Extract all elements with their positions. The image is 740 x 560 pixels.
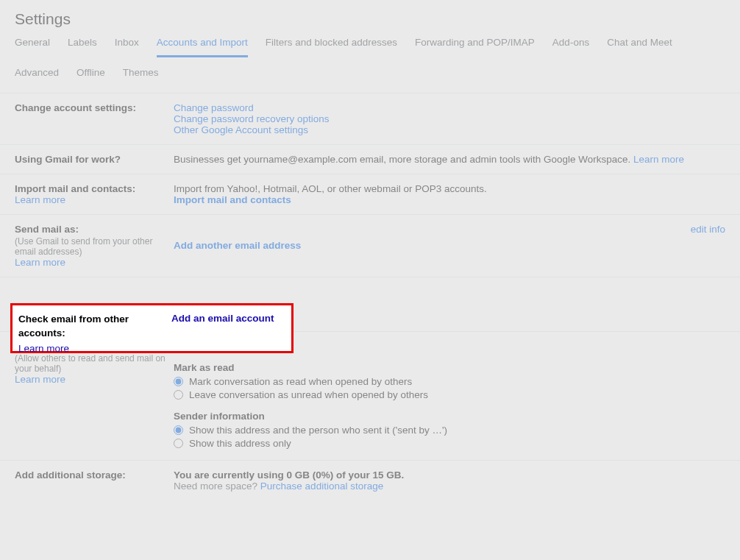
- check-email-highlight: Check email from other accounts: Add an …: [10, 303, 293, 353]
- tab-labels[interactable]: Labels: [68, 37, 97, 57]
- sender-sentby-radio[interactable]: [174, 425, 183, 435]
- send-mail-as-label: Send mail as:: [15, 224, 79, 235]
- grant-access-learn-more[interactable]: Learn more: [15, 374, 65, 385]
- import-mail-learn-more[interactable]: Learn more: [15, 194, 65, 205]
- tab-forwarding[interactable]: Forwarding and POP/IMAP: [415, 37, 535, 57]
- send-mail-as-learn-more[interactable]: Learn more: [15, 257, 65, 268]
- using-work-label: Using Gmail for work?: [15, 154, 121, 165]
- grant-access-sub: (Allow others to read and send mail on y…: [15, 353, 166, 374]
- using-work-text: Businesses get yourname@example.com emai…: [174, 154, 633, 165]
- storage-status: You are currently using 0 GB (0%) of you…: [174, 469, 725, 481]
- import-mail-action[interactable]: Import mail and contacts: [174, 194, 291, 205]
- tab-filters[interactable]: Filters and blocked addresses: [266, 37, 397, 57]
- purchase-storage-link[interactable]: Purchase additional storage: [260, 481, 383, 492]
- mark-read-label[interactable]: Mark conversation as read when opened by…: [189, 376, 412, 387]
- mark-read-radio[interactable]: [174, 377, 183, 386]
- add-another-email-action[interactable]: Add another email address: [174, 240, 301, 251]
- leave-unread-radio[interactable]: [174, 390, 183, 400]
- section-import-mail: Import mail and contacts: Learn more Imp…: [0, 174, 740, 215]
- section-storage: Add additional storage: You are currentl…: [0, 461, 740, 500]
- change-recovery-link[interactable]: Change password recovery options: [174, 113, 330, 124]
- tab-advanced[interactable]: Advanced: [15, 67, 59, 85]
- section-using-work: Using Gmail for work? Businesses get you…: [0, 145, 740, 174]
- send-mail-as-sub: (Use Gmail to send from your other email…: [15, 236, 166, 257]
- leave-unread-label[interactable]: Leave conversation as unread when opened…: [189, 389, 428, 400]
- storage-label: Add additional storage:: [15, 469, 126, 481]
- page-title: Settings: [0, 0, 740, 37]
- sender-info-head: Sender information: [174, 411, 725, 422]
- tab-chat-meet[interactable]: Chat and Meet: [607, 37, 672, 57]
- storage-text: Need more space?: [174, 481, 260, 492]
- change-password-link[interactable]: Change password: [174, 102, 254, 113]
- change-account-label: Change account settings:: [15, 102, 136, 113]
- sender-sentby-label[interactable]: Show this address and the person who sen…: [189, 425, 447, 436]
- tab-inbox[interactable]: Inbox: [115, 37, 139, 57]
- other-account-settings-link[interactable]: Other Google Account settings: [174, 124, 308, 135]
- import-mail-text: Import from Yahoo!, Hotmail, AOL, or oth…: [174, 183, 725, 194]
- add-email-account-action[interactable]: Add an email account: [171, 313, 274, 341]
- tab-themes[interactable]: Themes: [123, 67, 159, 85]
- tab-addons[interactable]: Add-ons: [552, 37, 589, 57]
- tab-accounts-import[interactable]: Accounts and Import: [157, 37, 248, 57]
- section-change-account: Change account settings: Change password…: [0, 93, 740, 145]
- using-work-learn-more[interactable]: Learn more: [633, 154, 684, 165]
- mark-as-read-head: Mark as read: [174, 362, 725, 373]
- section-send-mail-as: Send mail as: (Use Gmail to send from yo…: [0, 215, 740, 277]
- tab-general[interactable]: General: [15, 37, 50, 57]
- tab-offline[interactable]: Offline: [77, 67, 105, 85]
- check-email-learn-more[interactable]: Learn more: [18, 343, 284, 354]
- sender-only-label[interactable]: Show this address only: [189, 438, 291, 449]
- import-mail-label: Import mail and contacts:: [15, 183, 135, 194]
- send-mail-edit-info[interactable]: edit info: [691, 224, 725, 235]
- sender-only-radio[interactable]: [174, 439, 183, 448]
- settings-tabs: General Labels Inbox Accounts and Import…: [0, 37, 740, 90]
- check-email-label: Check email from other accounts:: [18, 313, 171, 341]
